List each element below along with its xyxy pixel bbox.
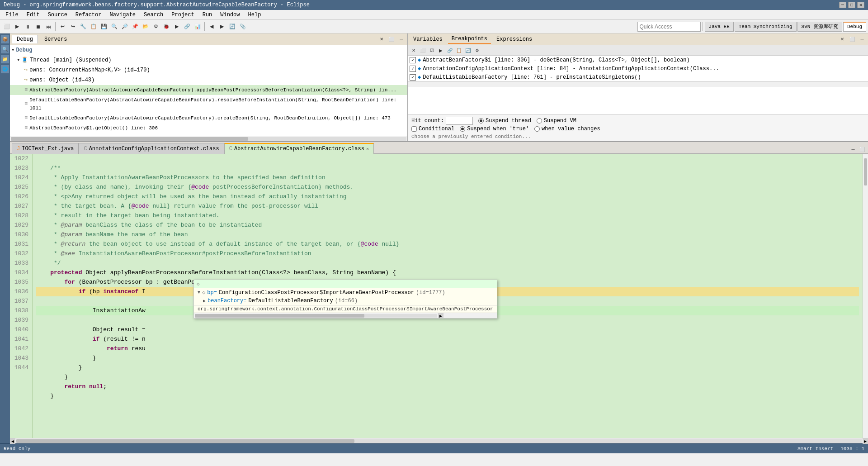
servers-tab[interactable]: Servers	[40, 35, 71, 43]
menu-help[interactable]: Help	[245, 11, 265, 19]
debug-panel-btn-minimize[interactable]: ─	[397, 35, 406, 43]
quick-access-box[interactable]	[637, 22, 701, 32]
bp-item-3[interactable]: ◆ DefaultListableBeanFactory [line: 761]…	[408, 73, 868, 81]
menu-navigate[interactable]: Navigate	[106, 11, 139, 19]
suspend-vm-label[interactable]: Suspend VM	[537, 118, 576, 124]
activity-icon-3[interactable]: 📁	[1, 55, 9, 63]
bp-btn-7[interactable]: 🔄	[464, 46, 472, 54]
editor-minimize-btn[interactable]: ─	[849, 145, 857, 153]
hover-popup-hscrollbar[interactable]: ▶	[194, 313, 497, 318]
debug-tree-stack4[interactable]: ≡ AbstractBeanFactory$1.getObject() line…	[10, 123, 407, 133]
bp-checkbox-2[interactable]	[410, 66, 416, 72]
toolbar-btn-11[interactable]: 🔍	[109, 22, 119, 32]
code-scroll-right[interactable]: ▶	[863, 438, 868, 444]
activity-icon-2[interactable]: 🔍	[1, 45, 9, 53]
quick-access-input[interactable]	[640, 24, 698, 30]
activity-icon-4[interactable]: 🌐	[1, 65, 9, 73]
debug-tab[interactable]: Debug	[12, 35, 38, 43]
suspend-thread-label[interactable]: Suspend thread	[478, 118, 531, 124]
menu-project[interactable]: Project	[168, 11, 198, 19]
bp-item-2[interactable]: ◆ AnnotationConfigApplicationContext [li…	[408, 64, 868, 73]
hit-count-input[interactable]	[446, 117, 473, 125]
debug-tree-stack3[interactable]: ≡ DefaultListableBeanFactory(AbstractAut…	[10, 113, 407, 123]
maximize-button[interactable]: □	[848, 2, 855, 8]
perspective-svn[interactable]: SVN 资源库研究	[797, 22, 842, 32]
toolbar-btn-23[interactable]: 📎	[238, 22, 248, 32]
toolbar-btn-19[interactable]: 📊	[193, 22, 203, 32]
toolbar-btn-16[interactable]: 🐞	[161, 22, 171, 32]
hover-popup-row-1[interactable]: ▼ ◇ bp= ConfigurationClassPostProcessor$…	[194, 288, 497, 297]
hp-scroll-right[interactable]: ▶	[438, 313, 443, 319]
editor-tab-ioctest[interactable]: J IOCTest_Ext.java	[12, 143, 79, 154]
perspective-team-sync[interactable]: Team Synchronizing	[735, 22, 797, 32]
toolbar-btn-1[interactable]: ⬜	[2, 22, 12, 32]
toolbar-btn-3[interactable]: ⏸	[23, 22, 33, 32]
code-vscrollbar-thumb[interactable]	[864, 158, 867, 185]
var-panel-btn-2[interactable]: ⬜	[848, 35, 856, 43]
code-vscrollbar[interactable]	[863, 154, 868, 438]
toolbar-btn-7[interactable]: ↪	[68, 22, 78, 32]
menu-file[interactable]: File	[2, 11, 22, 19]
debug-tree-stack2[interactable]: ≡ DefaultListableBeanFactory(AbstractAut…	[10, 95, 407, 113]
perspective-java-ee[interactable]: Java EE	[705, 22, 734, 32]
debug-panel-btn-1[interactable]: ✕	[377, 35, 386, 43]
toolbar-btn-6[interactable]: ↩	[57, 22, 67, 32]
toolbar-btn-17[interactable]: ▶	[172, 22, 182, 32]
hover-expand-2[interactable]: ▶	[203, 298, 206, 304]
value-changes-radio[interactable]	[534, 126, 540, 132]
bp-btn-1[interactable]: ✕	[410, 46, 418, 54]
hover-popup-row-2[interactable]: ▶ beanFactory= DefaultListableBeanFactor…	[194, 297, 497, 305]
menu-window[interactable]: Window	[217, 11, 243, 19]
menu-refactor[interactable]: Refactor	[72, 11, 105, 19]
toolbar-btn-22[interactable]: 🔄	[227, 22, 237, 32]
debug-tree-root[interactable]: ▼ Debug	[10, 45, 407, 55]
bp-btn-2[interactable]: ⬜	[419, 46, 427, 54]
bp-btn-5[interactable]: 🔗	[446, 46, 454, 54]
toolbar-btn-12[interactable]: 🔎	[120, 22, 130, 32]
conditional-checkbox[interactable]	[411, 126, 417, 132]
toolbar-btn-2[interactable]: ▶	[12, 22, 22, 32]
debug-tree-owns1[interactable]: ↪ owns: ConcurrentHashMap<K,V> (id=170)	[10, 65, 407, 75]
editor-tab-annotation[interactable]: C AnnotationConfigApplicationContext.cla…	[79, 143, 224, 154]
suspend-vm-radio[interactable]	[537, 118, 542, 124]
expressions-tab[interactable]: Expressions	[493, 35, 536, 43]
bp-btn-3[interactable]: ☑	[428, 46, 436, 54]
toolbar-btn-18[interactable]: 🔗	[182, 22, 192, 32]
suspend-true-radio[interactable]	[460, 126, 465, 132]
toolbar-btn-9[interactable]: 📋	[89, 22, 99, 32]
toolbar-btn-20[interactable]: ◀	[207, 22, 217, 32]
menu-source[interactable]: Source	[44, 11, 71, 19]
activity-icon-1[interactable]: 📦	[1, 35, 9, 43]
hover-expand-1[interactable]: ▼	[198, 290, 200, 295]
perspective-debug[interactable]: Debug	[843, 22, 866, 32]
toolbar-btn-5[interactable]: ⏭	[43, 22, 53, 32]
suspend-thread-radio[interactable]	[478, 118, 484, 124]
toolbar-btn-15[interactable]: ⚙	[151, 22, 161, 32]
editor-maximize-btn[interactable]: ⬜	[858, 145, 866, 153]
toolbar-btn-21[interactable]: ▶	[217, 22, 227, 32]
code-scroll-left[interactable]: ◀	[10, 438, 15, 444]
when-value-changes-label[interactable]: when value changes	[534, 126, 600, 132]
debug-tree-stack1[interactable]: ≡ AbstractBeanFactory(AbstractAutowireCa…	[10, 85, 407, 95]
bp-item-1[interactable]: ◆ AbstractBeanFactory$1 [line: 306] - do…	[408, 56, 868, 64]
breakpoints-tab[interactable]: Breakpoints	[448, 35, 491, 44]
conditional-label[interactable]: Conditional	[411, 126, 454, 132]
debug-tree-owns2[interactable]: ↪ owns: Object (id=43)	[10, 75, 407, 85]
bp-btn-4[interactable]: ▶	[437, 46, 445, 54]
bp-checkbox-1[interactable]	[410, 57, 416, 63]
menu-search[interactable]: Search	[140, 11, 167, 19]
var-panel-minimize[interactable]: ─	[858, 35, 866, 43]
menu-run[interactable]: Run	[199, 11, 216, 19]
toolbar-btn-4[interactable]: ⏹	[33, 22, 43, 32]
code-hscrollbar[interactable]: ◀ ▶	[10, 438, 868, 443]
toolbar-btn-8[interactable]: 🔧	[78, 22, 88, 32]
variables-tab[interactable]: Variables	[410, 35, 446, 43]
bp-btn-8[interactable]: ⚙	[473, 46, 481, 54]
minimize-button[interactable]: ─	[839, 2, 846, 8]
bp-checkbox-3[interactable]	[410, 74, 416, 81]
debug-tree-thread[interactable]: ▼ 🧵 Thread [main] (Suspended)	[10, 55, 407, 65]
editor-tab-abstract-close[interactable]: ✕	[366, 146, 369, 152]
menu-edit[interactable]: Edit	[23, 11, 43, 19]
close-button[interactable]: ✕	[857, 2, 864, 8]
var-panel-btn-1[interactable]: ✕	[838, 35, 846, 43]
